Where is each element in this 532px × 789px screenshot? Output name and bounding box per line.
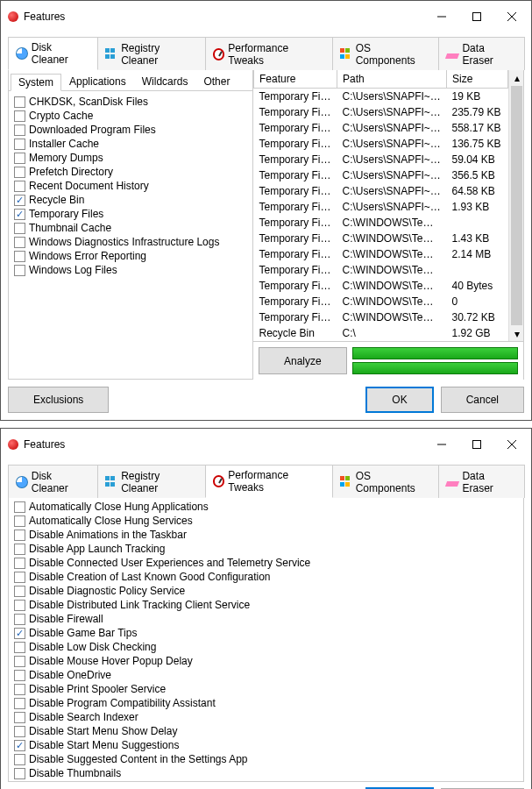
table-row[interactable]: Temporary FilesC:\Users\SNAPFI~1\App...5… [254,120,508,136]
table-row[interactable]: Temporary FilesC:\Users\SNAPFI~1\App...1… [254,136,508,152]
cell-path: C:\WINDOWS\Temp\Cras... [337,278,447,294]
table-row[interactable]: Temporary FilesC:\WINDOWS\Temp\Cras...0 [254,294,508,309]
tweak-item[interactable]: Disable Start Menu Show Delay [11,724,521,738]
tweak-item[interactable]: Disable Program Compatibility Assistant [11,696,521,710]
table-row[interactable]: Recycle BinC:\1.92 GB [254,325,508,341]
subtab-system[interactable]: System [11,74,61,91]
scrollbar[interactable]: ▴ ▾ [508,70,523,341]
col-size[interactable]: Size [447,70,508,89]
system-item[interactable]: Prefetch Directory [11,165,251,179]
titlebar[interactable]: Features [1,429,531,460]
tab-disk-cleaner[interactable]: Disk Cleaner [8,37,98,70]
tweak-item[interactable]: Disable Search Indexer [11,710,521,724]
tab-os-components[interactable]: OS Components [332,37,440,70]
tweak-item[interactable]: Disable Distributed Link Tracking Client… [11,598,521,612]
exclusions-button[interactable]: Exclusions [8,387,109,413]
tab-data-eraser[interactable]: Data Eraser [438,465,525,498]
system-item[interactable]: Windows Diagnostics Infrastructure Logs [11,235,251,249]
table-row[interactable]: Temporary FilesC:\Users\SNAPFI~1\App...5… [254,152,508,167]
tweak-item[interactable]: Disable Thumbnails [11,766,521,780]
windows-icon [340,476,352,488]
subtab-applications[interactable]: Applications [61,73,134,90]
table-row[interactable]: Temporary FilesC:\WINDOWS\Temp\CR_...1.4… [254,231,508,246]
tweak-item[interactable]: Disable OneDrive [11,668,521,682]
minimize-button[interactable] [424,6,459,27]
subtab-wildcards[interactable]: Wildcards [134,73,196,90]
table-row[interactable]: Temporary FilesC:\Users\SNAPFI~1\App...6… [254,183,508,199]
cell-feature: Temporary Files [254,309,337,325]
tweak-item[interactable]: Disable Start Menu Suggestions [11,738,521,752]
tweak-item[interactable]: Automatically Close Hung Applications [11,500,521,514]
system-item[interactable]: Windows Log Files [11,263,251,277]
ok-button[interactable]: OK [365,387,433,413]
scroll-up-icon[interactable]: ▴ [509,70,523,85]
tweak-item[interactable]: Disable Low Disk Checking [11,640,521,654]
maximize-button[interactable] [459,6,494,27]
tab-registry-cleaner[interactable]: Registry Cleaner [97,465,205,498]
tweak-item[interactable]: Disable Mouse Hover Popup Delay [11,654,521,668]
system-item[interactable]: Temporary Files [11,207,251,221]
cell-path: C:\Users\SNAPFI~1\App... [337,199,447,215]
col-path[interactable]: Path [337,70,447,89]
tab-registry-cleaner[interactable]: Registry Cleaner [97,37,205,70]
close-button[interactable] [494,6,529,27]
checkbox-icon [14,726,25,737]
tab-os-components[interactable]: OS Components [332,465,440,498]
minimize-button[interactable] [424,434,459,455]
checkbox-icon [14,223,25,234]
tweak-item[interactable]: Disable Print Spooler Service [11,682,521,696]
table-row[interactable]: Temporary FilesC:\WINDOWS\Temp\Cras... [254,262,508,278]
item-label: Disable Print Spooler Service [29,683,166,695]
item-label: Disable Thumbnails [29,767,121,779]
eraser-icon [446,476,458,488]
checkbox-icon [14,124,25,136]
item-label: Temporary Files [29,208,103,220]
item-label: Disable Connected User Experiences and T… [29,557,310,569]
table-row[interactable]: Temporary FilesC:\Users\SNAPFI~1\App...1… [254,199,508,215]
cell-feature: Temporary Files [254,152,337,167]
system-item[interactable]: Installer Cache [11,137,251,151]
system-item[interactable]: Thumbnail Cache [11,221,251,235]
cancel-button[interactable]: Cancel [441,387,524,413]
table-row[interactable]: Temporary FilesC:\Users\SNAPFI~1\App...2… [254,104,508,120]
table-row[interactable]: Temporary FilesC:\Users\SNAPFI~1\App...1… [254,89,508,105]
system-item[interactable]: Crypto Cache [11,109,251,123]
tab-disk-cleaner[interactable]: Disk Cleaner [8,465,98,498]
system-item[interactable]: Recent Document History [11,179,251,193]
table-row[interactable]: Temporary FilesC:\WINDOWS\Temp\CR_...2.1… [254,246,508,262]
tweak-item[interactable]: Disable App Launch Tracking [11,542,521,556]
system-item[interactable]: Windows Error Reporting [11,249,251,263]
system-item[interactable]: Recycle Bin [11,193,251,207]
item-label: Thumbnail Cache [29,222,111,234]
tweak-item[interactable]: Disable Suggested Content in the Setting… [11,752,521,766]
cell-path: C:\Users\SNAPFI~1\App... [337,167,447,183]
cell-size: 0 [447,294,508,309]
close-button[interactable] [494,434,529,455]
table-row[interactable]: Temporary FilesC:\WINDOWS\Temp\chro...30… [254,309,508,325]
tweak-item[interactable]: Disable Game Bar Tips [11,626,521,640]
tweak-item[interactable]: Disable Creation of Last Known Good Conf… [11,570,521,584]
table-row[interactable]: Temporary FilesC:\Users\SNAPFI~1\App...3… [254,167,508,183]
tab-data-eraser[interactable]: Data Eraser [438,37,525,70]
maximize-button[interactable] [459,434,494,455]
scroll-down-icon[interactable]: ▾ [509,326,523,341]
col-feature[interactable]: Feature [254,70,337,89]
system-item[interactable]: Memory Dumps [11,151,251,165]
titlebar[interactable]: Features [1,1,531,32]
system-item[interactable]: CHKDSK, ScanDisk Files [11,95,251,109]
tweak-item[interactable]: Disable Connected User Experiences and T… [11,556,521,570]
system-item[interactable]: Downloaded Program Files [11,123,251,137]
tweak-item[interactable]: Disable Diagnostic Policy Service [11,584,521,598]
tab-performance-tweaks[interactable]: Performance Tweaks [205,37,333,70]
tweak-item[interactable]: Disable Firewall [11,612,521,626]
analyze-button[interactable]: Analyze [259,347,347,374]
tab-performance-tweaks[interactable]: Performance Tweaks [205,465,333,498]
table-row[interactable]: Temporary FilesC:\WINDOWS\Temp\CR_... [254,215,508,231]
tweak-item[interactable]: Automatically Close Hung Services [11,514,521,528]
cell-size: 1.92 GB [447,325,508,341]
table-row[interactable]: Temporary FilesC:\WINDOWS\Temp\Cras...40… [254,278,508,294]
checkbox-icon [14,167,25,178]
subtab-other[interactable]: Other [195,73,238,90]
tweak-item[interactable]: Disable Animations in the Taskbar [11,528,521,542]
scroll-thumb[interactable] [511,86,522,325]
